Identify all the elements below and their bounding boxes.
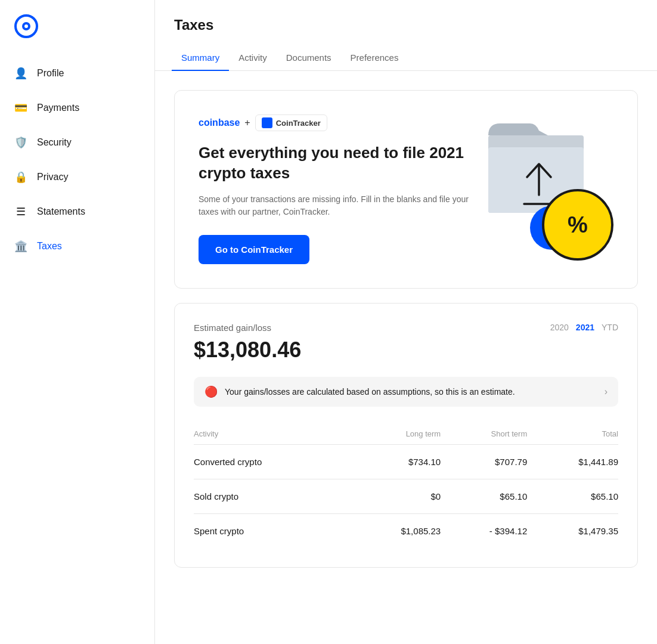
cta-button[interactable]: Go to CoinTracker <box>199 235 309 264</box>
row-total-1: $65.10 <box>527 479 618 513</box>
sidebar-item-label-profile: Profile <box>37 68 64 79</box>
gainloss-header: Estimated gain/loss 2020 2021 YTD <box>194 323 618 333</box>
content-area: coinbase + CoinTracker Get everything yo… <box>155 71 657 587</box>
row-total-2: $1,479.35 <box>527 513 618 548</box>
row-activity-1: Sold crypto <box>194 479 349 513</box>
col-header-activity: Activity <box>194 423 349 445</box>
sidebar-item-security[interactable]: 🛡️ Security <box>0 126 154 159</box>
warning-text: Your gains/losses are calculated based o… <box>225 387 597 397</box>
tab-summary[interactable]: Summary <box>172 45 229 71</box>
warning-chevron-icon: › <box>605 386 608 397</box>
row-activity-2: Spent crypto <box>194 513 349 548</box>
promo-content: coinbase + CoinTracker Get everything yo… <box>199 114 470 264</box>
tab-bar: Summary Activity Documents Preferences <box>172 45 640 70</box>
sidebar-item-label-security: Security <box>37 137 72 148</box>
table-row: Converted crypto $734.10 $707.79 $1,441.… <box>194 444 618 479</box>
activity-table: Activity Long term Short term Total Conv… <box>194 423 618 548</box>
warning-banner[interactable]: 🔴 Your gains/losses are calculated based… <box>194 377 618 407</box>
col-header-total: Total <box>527 423 618 445</box>
gainloss-card: Estimated gain/loss 2020 2021 YTD $13,08… <box>174 303 638 568</box>
security-icon: 🛡️ <box>14 136 27 149</box>
cointracker-name: CoinTracker <box>276 119 321 128</box>
row-longterm-1: $0 <box>349 479 441 513</box>
promo-illustration: % <box>470 117 613 261</box>
sidebar: 👤 Profile 💳 Payments 🛡️ Security 🔒 Priva… <box>0 0 155 644</box>
payments-icon: 💳 <box>14 101 27 114</box>
promo-headline: Get everything you need to file 2021 cry… <box>199 143 470 184</box>
sidebar-item-label-payments: Payments <box>37 103 79 113</box>
sidebar-item-profile[interactable]: 👤 Profile <box>0 57 154 89</box>
sidebar-item-label-statements: Statements <box>37 206 85 217</box>
plus-separator: + <box>244 117 250 128</box>
tab-preferences[interactable]: Preferences <box>341 45 408 71</box>
sidebar-item-label-privacy: Privacy <box>37 172 68 182</box>
table-row: Sold crypto $0 $65.10 $65.10 <box>194 479 618 513</box>
promo-description: Some of your transactions are missing in… <box>199 193 470 218</box>
sidebar-item-taxes[interactable]: 🏛️ Taxes <box>0 230 154 262</box>
row-longterm-2: $1,085.23 <box>349 513 441 548</box>
logo[interactable] <box>0 14 154 57</box>
profile-icon: 👤 <box>14 67 27 80</box>
year-2020-button[interactable]: 2020 <box>550 323 569 332</box>
gainloss-amount: $13,080.46 <box>194 338 618 363</box>
cointracker-brand: CoinTracker <box>255 114 327 131</box>
year-ytd-button[interactable]: YTD <box>602 323 618 332</box>
sidebar-navigation: 👤 Profile 💳 Payments 🛡️ Security 🔒 Priva… <box>0 57 154 262</box>
privacy-icon: 🔒 <box>14 171 27 184</box>
row-longterm-0: $734.10 <box>349 444 441 479</box>
col-header-shortterm: Short term <box>441 423 527 445</box>
tab-documents[interactable]: Documents <box>277 45 341 71</box>
main-content: Taxes Summary Activity Documents Prefere… <box>155 0 657 644</box>
page-header: Taxes Summary Activity Documents Prefere… <box>155 0 657 71</box>
row-shortterm-1: $65.10 <box>441 479 527 513</box>
gainloss-title: Estimated gain/loss <box>194 323 271 333</box>
taxes-icon: 🏛️ <box>14 240 27 253</box>
tab-activity[interactable]: Activity <box>229 45 277 71</box>
percent-symbol: % <box>568 212 588 238</box>
year-selector: 2020 2021 YTD <box>550 323 618 332</box>
sidebar-item-payments[interactable]: 💳 Payments <box>0 92 154 124</box>
row-total-0: $1,441.89 <box>527 444 618 479</box>
row-activity-0: Converted crypto <box>194 444 349 479</box>
coinbase-brand: coinbase <box>199 117 240 128</box>
cointracker-icon <box>262 117 272 128</box>
sidebar-item-privacy[interactable]: 🔒 Privacy <box>0 161 154 193</box>
statements-icon: ☰ <box>14 205 27 218</box>
col-header-longterm: Long term <box>349 423 441 445</box>
sidebar-item-statements[interactable]: ☰ Statements <box>0 196 154 228</box>
row-shortterm-2: - $394.12 <box>441 513 527 548</box>
table-row: Spent crypto $1,085.23 - $394.12 $1,479.… <box>194 513 618 548</box>
year-2021-button[interactable]: 2021 <box>576 323 594 332</box>
promo-card: coinbase + CoinTracker Get everything yo… <box>174 90 638 289</box>
page-title: Taxes <box>174 17 638 33</box>
warning-icon: 🔴 <box>204 385 218 398</box>
promo-brands: coinbase + CoinTracker <box>199 114 470 131</box>
row-shortterm-0: $707.79 <box>441 444 527 479</box>
percent-circle: % <box>542 189 613 261</box>
sidebar-item-label-taxes: Taxes <box>37 241 62 252</box>
